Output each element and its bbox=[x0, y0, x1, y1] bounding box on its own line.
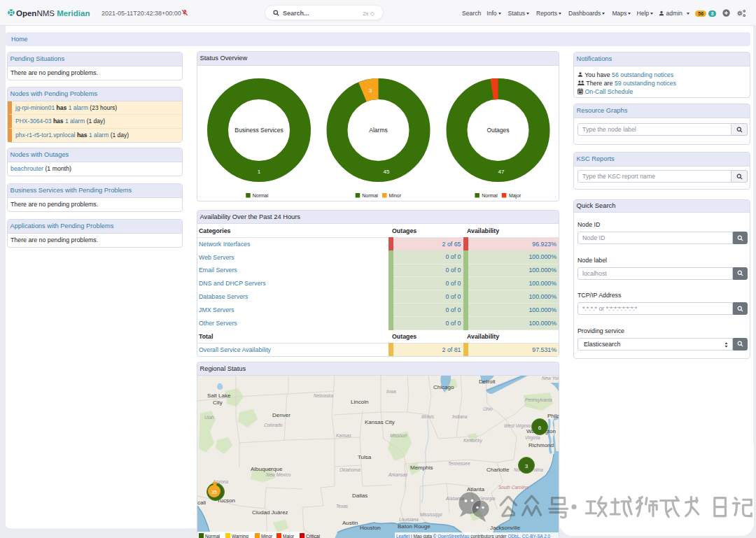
svg-text:Warning: Warning bbox=[232, 534, 248, 538]
svg-text:Tennessee: Tennessee bbox=[448, 461, 470, 466]
svg-text:Normal: Normal bbox=[482, 193, 498, 198]
svg-text:Iowa: Iowa bbox=[386, 389, 396, 394]
svg-text:Philad: Philad bbox=[547, 413, 559, 419]
svg-text:Utah: Utah bbox=[204, 415, 214, 420]
svg-text:Normal: Normal bbox=[253, 193, 269, 198]
svg-text:Denver: Denver bbox=[272, 412, 290, 418]
svg-text:Detroit: Detroit bbox=[479, 378, 496, 385]
svg-text:Minor: Minor bbox=[261, 534, 273, 538]
svg-text:Critical: Critical bbox=[306, 534, 320, 538]
svg-text:Albuquerque: Albuquerque bbox=[251, 466, 283, 472]
svg-text:35: 35 bbox=[211, 490, 217, 495]
svg-text:Kansas: Kansas bbox=[336, 433, 351, 438]
svg-text:47: 47 bbox=[498, 169, 505, 175]
svg-text:Major: Major bbox=[509, 193, 522, 199]
svg-text:Memphis: Memphis bbox=[410, 465, 433, 471]
svg-text:Missouri: Missouri bbox=[390, 433, 407, 438]
svg-text:Colorado: Colorado bbox=[264, 423, 283, 427]
svg-text:Texas: Texas bbox=[336, 504, 349, 509]
svg-text:Major: Major bbox=[283, 534, 295, 538]
svg-text:Illinois: Illinois bbox=[421, 414, 435, 419]
svg-text:Austin: Austin bbox=[342, 520, 358, 526]
svg-text:1: 1 bbox=[258, 169, 261, 175]
svg-text:cali: cali bbox=[197, 500, 206, 506]
svg-text:Indiana: Indiana bbox=[452, 414, 468, 419]
svg-text:Tulsa: Tulsa bbox=[358, 454, 372, 460]
svg-text:Outages: Outages bbox=[486, 127, 509, 134]
svg-text:Baton Rouge: Baton Rouge bbox=[398, 523, 430, 530]
svg-text:Kansas City: Kansas City bbox=[365, 419, 395, 425]
svg-text:Minor: Minor bbox=[389, 193, 402, 198]
svg-text:3: 3 bbox=[369, 87, 372, 94]
svg-text:New Mexico: New Mexico bbox=[266, 472, 291, 477]
svg-text:Leaflet | Map data © OpenStree: Leaflet | Map data © OpenStreetMap contr… bbox=[396, 534, 550, 538]
svg-text:Kentucky: Kentucky bbox=[463, 438, 482, 444]
svg-text:Chicago: Chicago bbox=[433, 384, 454, 390]
svg-text:Louisiana: Louisiana bbox=[399, 517, 419, 522]
svg-text:6: 6 bbox=[538, 425, 542, 431]
svg-text:Normal: Normal bbox=[362, 193, 378, 198]
svg-text:Ohio: Ohio bbox=[483, 406, 493, 411]
svg-text:Nebraska: Nebraska bbox=[314, 393, 333, 398]
svg-text:Business Services: Business Services bbox=[234, 127, 283, 134]
svg-text:3: 3 bbox=[525, 463, 528, 469]
svg-text:45: 45 bbox=[384, 169, 390, 175]
svg-text:Houston: Houston bbox=[360, 525, 381, 531]
svg-text:Alarms: Alarms bbox=[369, 127, 387, 134]
svg-text:Arkansas: Arkansas bbox=[388, 472, 408, 477]
svg-text:Mississippi: Mississippi bbox=[420, 512, 442, 518]
svg-text:Dallas: Dallas bbox=[352, 493, 368, 499]
svg-text:Salt Lake: Salt Lake bbox=[207, 392, 231, 399]
svg-text:Ciudad Juárez: Ciudad Juárez bbox=[252, 509, 288, 516]
svg-text:City: City bbox=[213, 399, 223, 406]
svg-text:Oklahoma: Oklahoma bbox=[340, 467, 360, 472]
svg-text:Virginia: Virginia bbox=[525, 435, 540, 441]
svg-text:Pennsylvania: Pennsylvania bbox=[525, 397, 552, 403]
svg-text:Richmond: Richmond bbox=[528, 442, 554, 448]
svg-text:Lincoln: Lincoln bbox=[351, 399, 368, 405]
svg-text:Charlotte: Charlotte bbox=[486, 467, 510, 473]
svg-text:Normal: Normal bbox=[205, 534, 220, 538]
svg-text:New York: New York bbox=[542, 376, 559, 381]
